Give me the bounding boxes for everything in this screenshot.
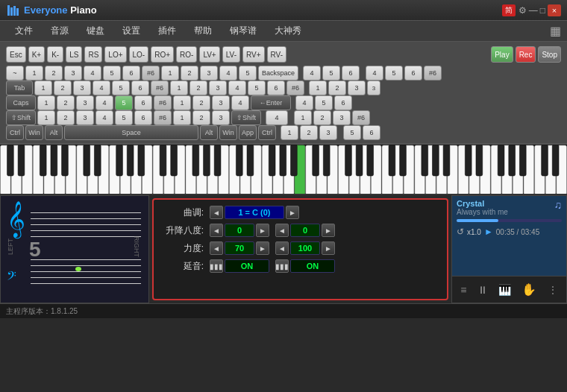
- key-1-r2[interactable]: 1: [34, 80, 52, 95]
- lo-plus-button[interactable]: LO+: [104, 46, 126, 63]
- key-5-r4[interactable]: 5: [115, 110, 133, 125]
- key-3b-r3[interactable]: 3: [212, 95, 230, 110]
- rn-sharp6-r1[interactable]: #6: [424, 66, 442, 80]
- rn-2-r5[interactable]: 2: [300, 125, 318, 140]
- key-5-r2[interactable]: 5: [112, 80, 130, 95]
- song-icon[interactable]: ♫: [554, 199, 563, 211]
- key-2b-r2[interactable]: 2: [189, 80, 207, 95]
- repeat-button[interactable]: ↺: [457, 227, 464, 237]
- info-progress-bar-container[interactable]: [457, 219, 562, 222]
- rn-4-r3[interactable]: 4: [295, 95, 313, 110]
- key-tilde[interactable]: ~: [6, 66, 24, 80]
- sustain-right-dec[interactable]: ▮▮▮: [275, 259, 289, 273]
- menu-item-设置[interactable]: 设置: [113, 22, 149, 40]
- key-2-r2[interactable]: 2: [54, 80, 72, 95]
- rn-3-r5[interactable]: 3: [319, 125, 337, 140]
- key-4-r2[interactable]: 4: [93, 80, 110, 95]
- key-1-r1[interactable]: 1: [25, 66, 43, 80]
- grid-icon[interactable]: ▦: [550, 24, 561, 38]
- key-3b-r4[interactable]: 3: [212, 110, 230, 125]
- octave-left-inc[interactable]: ►: [256, 224, 269, 237]
- key-3-r3[interactable]: 3: [76, 95, 94, 110]
- key-4b-r1[interactable]: 4: [219, 66, 237, 80]
- k-minus-button[interactable]: K-: [47, 46, 63, 63]
- key-2b-r3[interactable]: 2: [192, 95, 210, 110]
- pause-icon[interactable]: ⏸: [477, 284, 488, 296]
- octave-right-inc[interactable]: ►: [322, 224, 335, 237]
- key-4-r3[interactable]: 4: [95, 95, 113, 110]
- rv-plus-button[interactable]: RV+: [242, 46, 265, 63]
- rn-4b-r1[interactable]: 4: [366, 66, 383, 80]
- lalt-button[interactable]: Alt: [45, 125, 63, 140]
- key-3-r2[interactable]: 3: [73, 80, 91, 95]
- lctrl-button[interactable]: Ctrl: [6, 125, 24, 140]
- rn-5-r1[interactable]: 5: [322, 66, 340, 80]
- ro-minus-button[interactable]: RO-: [176, 46, 197, 63]
- velocity-left-dec[interactable]: ◄: [210, 241, 223, 255]
- velocity-right-dec[interactable]: ◄: [275, 241, 289, 255]
- key-2b-r4[interactable]: 2: [192, 110, 210, 125]
- ralt-button[interactable]: Alt: [200, 125, 218, 140]
- rn-2-r4[interactable]: 2: [313, 110, 331, 125]
- key-sharp6-r3[interactable]: #6: [154, 95, 172, 110]
- rn-4-r4[interactable]: 4: [266, 110, 288, 125]
- lang-button[interactable]: 简: [502, 4, 516, 16]
- rs-button[interactable]: RS: [84, 46, 102, 63]
- key-6-r4[interactable]: 6: [134, 110, 152, 125]
- close-button[interactable]: ×: [548, 4, 561, 16]
- app-button[interactable]: App: [239, 125, 257, 140]
- rshift-button[interactable]: ⇧Shift: [231, 110, 261, 125]
- rn-1-r2[interactable]: 1: [309, 80, 327, 95]
- octave-left-dec[interactable]: ◄: [210, 224, 223, 237]
- list-icon[interactable]: ≡: [460, 284, 466, 296]
- play-info-button[interactable]: ►: [484, 227, 493, 237]
- key-2b-r1[interactable]: 2: [181, 66, 198, 80]
- ls-button[interactable]: LS: [66, 46, 82, 63]
- key-sharp6-r2[interactable]: #6: [151, 80, 169, 95]
- backspace-button[interactable]: Backspace: [258, 66, 298, 80]
- enter-button[interactable]: ←Enter: [251, 95, 291, 110]
- key-1b-r4[interactable]: 1: [173, 110, 191, 125]
- space-button[interactable]: Space: [64, 125, 198, 140]
- key-6-r1[interactable]: 6: [122, 66, 140, 80]
- play-button[interactable]: Play: [491, 46, 513, 63]
- menu-item-音源[interactable]: 音源: [42, 22, 78, 40]
- rwin-button[interactable]: Win: [219, 125, 237, 140]
- min-icon[interactable]: —: [529, 5, 538, 16]
- key-4b-r2[interactable]: 4: [228, 80, 246, 95]
- rn-2-r2[interactable]: 2: [328, 80, 346, 95]
- key-6-r2[interactable]: 6: [131, 80, 149, 95]
- sustain-left-dec[interactable]: ▮▮▮: [210, 259, 223, 273]
- lv-plus-button[interactable]: LV+: [199, 46, 219, 63]
- tune-left-arrow[interactable]: ◄: [210, 206, 223, 219]
- key-4-r1[interactable]: 4: [84, 66, 101, 80]
- key-2-r4[interactable]: 2: [57, 110, 75, 125]
- key-5b-r2[interactable]: 5: [248, 80, 266, 95]
- key-3b-r2[interactable]: 3: [209, 80, 227, 95]
- key-1b-r2[interactable]: 1: [170, 80, 188, 95]
- menu-item-插件[interactable]: 插件: [149, 22, 185, 40]
- stop-button[interactable]: Stop: [538, 46, 561, 63]
- menu-icon[interactable]: ⋮: [548, 284, 558, 296]
- velocity-right-inc[interactable]: ►: [322, 241, 335, 255]
- rn-1-r5[interactable]: 1: [281, 125, 298, 140]
- rn-5-r3[interactable]: 5: [315, 95, 333, 110]
- key-5-r3-active[interactable]: 5: [115, 95, 133, 110]
- rn-6-r1[interactable]: 6: [342, 66, 360, 80]
- piano-icon[interactable]: 🎹: [498, 284, 511, 296]
- rn-6b-r1[interactable]: 6: [404, 66, 422, 80]
- settings-icon[interactable]: ⚙: [519, 5, 527, 16]
- piano-keyboard[interactable]: // This will be done in JS below: [0, 143, 567, 195]
- rctrl-button[interactable]: Ctrl: [258, 125, 276, 140]
- rn-1-r4[interactable]: 1: [294, 110, 312, 125]
- rn-5b-r1[interactable]: 5: [385, 66, 403, 80]
- key-5b-r1[interactable]: 5: [239, 66, 257, 80]
- lwin-button[interactable]: Win: [25, 125, 43, 140]
- tune-right-arrow[interactable]: ►: [286, 206, 299, 219]
- rn-4-r1[interactable]: 4: [303, 66, 321, 80]
- key-4b-r3[interactable]: 4: [231, 95, 249, 110]
- rn-3-r4[interactable]: 3: [333, 110, 351, 125]
- rn-sharp6-r4[interactable]: #6: [352, 110, 370, 125]
- key-sharp6-r4[interactable]: #6: [154, 110, 172, 125]
- k-plus-button[interactable]: K+: [28, 46, 46, 63]
